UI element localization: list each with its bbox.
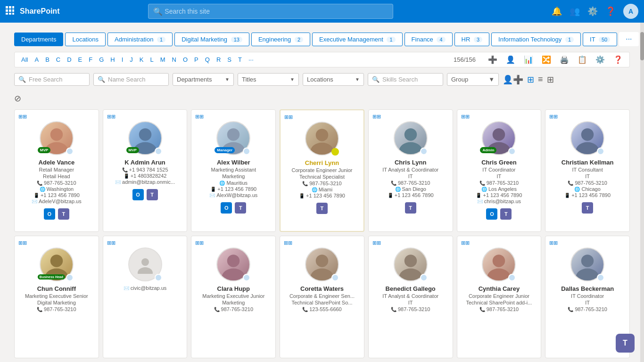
- settings-icon[interactable]: ⚙️: [587, 6, 598, 16]
- alpha-f[interactable]: F: [86, 55, 95, 64]
- alpha-j[interactable]: J: [127, 55, 136, 64]
- alpha-b[interactable]: B: [42, 55, 52, 64]
- card-qr-icon-arun[interactable]: ⊞⊞: [107, 114, 116, 120]
- card-qr-icon-alex[interactable]: ⊞⊞: [195, 114, 204, 120]
- name-coretta[interactable]: Coretta Waters: [300, 285, 344, 292]
- view-print-icon[interactable]: 🖨️: [557, 54, 572, 65]
- alpha-all[interactable]: All: [18, 55, 31, 64]
- card-qr-icon-benedict[interactable]: ⊞⊞: [372, 240, 381, 246]
- alpha-e[interactable]: E: [75, 55, 85, 64]
- waffle-icon[interactable]: [6, 6, 14, 16]
- alpha-g[interactable]: G: [96, 55, 107, 64]
- teams-icon-arun[interactable]: T: [147, 189, 158, 200]
- name-chrisgreen[interactable]: Chris Green: [481, 159, 516, 166]
- tab-information-technology[interactable]: Information Technology 1: [491, 33, 581, 46]
- tab-it[interactable]: IT 50: [583, 33, 617, 46]
- free-search-input[interactable]: 🔍 Free Search: [14, 73, 90, 86]
- alpha-n[interactable]: N: [169, 55, 179, 64]
- name-search-input[interactable]: 🔍 Name Search: [93, 73, 169, 86]
- view-excel-icon[interactable]: 📋: [575, 54, 590, 65]
- card-qr-icon-chrisgreen[interactable]: ⊞⊞: [461, 114, 470, 120]
- view-help-icon[interactable]: ❓: [611, 54, 626, 65]
- tab-locations[interactable]: Locations: [65, 33, 106, 46]
- global-search-input[interactable]: [165, 8, 388, 15]
- alpha-q[interactable]: Q: [202, 55, 213, 64]
- outlook-icon-adele[interactable]: O: [44, 208, 55, 220]
- group-dropdown[interactable]: Group ▼: [447, 73, 499, 86]
- list-view-icon[interactable]: ≡: [538, 74, 543, 84]
- alpha-r[interactable]: R: [214, 55, 223, 64]
- card-qr-icon-clara[interactable]: ⊞⊞: [195, 240, 204, 246]
- name-cynthia[interactable]: Cynthia Carey: [479, 285, 520, 292]
- name-chrislynn[interactable]: Chris Lynn: [395, 159, 426, 166]
- teams-icon-cherri[interactable]: T: [316, 203, 328, 214]
- alpha-o[interactable]: O: [180, 55, 190, 64]
- alpha-l[interactable]: L: [148, 55, 157, 64]
- alpha-p[interactable]: P: [191, 55, 201, 64]
- name-cherri[interactable]: Cherri Lynn: [305, 159, 339, 166]
- card-view-icon[interactable]: ⊞: [527, 74, 534, 85]
- alpha-more[interactable]: ···: [246, 55, 256, 64]
- teams-icon-adele[interactable]: T: [58, 208, 69, 220]
- alpha-a[interactable]: A: [32, 55, 41, 64]
- tab-executive-management[interactable]: Executive Management 1: [312, 33, 403, 46]
- card-qr-icon-civic[interactable]: ⊞⊞: [107, 240, 116, 246]
- name-christian[interactable]: Christian Kellman: [561, 159, 614, 166]
- scrollbar-thumb[interactable]: [640, 32, 644, 60]
- tab-digital-marketing[interactable]: Digital Marketing 13: [174, 33, 249, 46]
- outlook-icon-arun[interactable]: O: [132, 189, 144, 200]
- filter-clear-icon[interactable]: ⊘: [14, 94, 21, 103]
- name-clara[interactable]: Clara Hupp: [217, 285, 250, 292]
- alpha-k[interactable]: K: [137, 55, 147, 64]
- tab-finance[interactable]: Finance 4: [405, 33, 453, 46]
- card-qr-icon-christian[interactable]: ⊞⊞: [549, 114, 558, 120]
- sharepoint-logo[interactable]: SharePoint: [20, 7, 59, 16]
- user-avatar[interactable]: A: [623, 4, 638, 19]
- alpha-d[interactable]: D: [64, 55, 74, 64]
- view-org-icon[interactable]: 🔀: [539, 54, 554, 65]
- teams-icon-christian[interactable]: T: [582, 202, 593, 214]
- teams-floating-button[interactable]: T: [616, 334, 635, 353]
- tab-departments[interactable]: Departments: [14, 33, 63, 46]
- tab-more[interactable]: ···: [619, 32, 638, 46]
- card-qr-icon[interactable]: ⊞⊞: [18, 114, 27, 120]
- departments-dropdown[interactable]: Departments ▼: [173, 73, 234, 86]
- view-settings-icon[interactable]: ⚙️: [593, 54, 608, 65]
- view-profile-icon[interactable]: 👤: [503, 54, 518, 65]
- alpha-i[interactable]: I: [119, 55, 126, 64]
- card-qr-icon-dallas[interactable]: ⊞⊞: [549, 240, 558, 246]
- alpha-h[interactable]: H: [107, 55, 117, 64]
- name-chun[interactable]: Chun Conniff: [37, 285, 76, 292]
- locations-dropdown[interactable]: Locations ▼: [303, 73, 364, 86]
- teams-icon-chrislynn[interactable]: T: [405, 202, 416, 214]
- titles-dropdown[interactable]: Titles ▼: [238, 73, 299, 86]
- tab-hr[interactable]: HR 3: [454, 33, 490, 46]
- alpha-t[interactable]: T: [235, 55, 245, 64]
- tab-engineering[interactable]: Engineering 2: [251, 33, 310, 46]
- view-chart-icon[interactable]: 📊: [521, 54, 536, 65]
- name-adele[interactable]: Adele Vance: [39, 159, 75, 166]
- outlook-icon-chrisgreen[interactable]: O: [486, 208, 497, 220]
- teams-icon-alex[interactable]: T: [235, 202, 246, 214]
- notification-icon[interactable]: 🔔: [552, 6, 562, 16]
- scrollbar[interactable]: [640, 23, 644, 362]
- add-person-icon[interactable]: 👤➕: [503, 74, 523, 85]
- name-benedict[interactable]: Benedict Gallego: [386, 285, 436, 292]
- teams-icon-chrisgreen[interactable]: T: [500, 208, 512, 220]
- grid-view-icon[interactable]: ⊞: [547, 74, 554, 85]
- card-qr-icon-chun[interactable]: ⊞⊞: [18, 240, 27, 246]
- alpha-s[interactable]: S: [224, 55, 234, 64]
- card-qr-icon-coretta[interactable]: ⊞⊞: [284, 240, 292, 246]
- alpha-c[interactable]: C: [53, 55, 63, 64]
- outlook-icon-alex[interactable]: O: [221, 202, 232, 214]
- alpha-m[interactable]: M: [157, 55, 168, 64]
- card-qr-icon-chrislynn[interactable]: ⊞⊞: [372, 114, 381, 120]
- skills-search-input[interactable]: 🔍 Skills Search: [368, 73, 443, 86]
- global-search[interactable]: 🔍: [148, 4, 393, 19]
- card-qr-icon-cynthia[interactable]: ⊞⊞: [461, 240, 470, 246]
- card-qr-icon-cherri[interactable]: ⊞⊞: [284, 114, 293, 120]
- people-icon[interactable]: 👥: [570, 6, 580, 16]
- name-dallas[interactable]: Dallas Beckerman: [561, 285, 614, 292]
- help-icon[interactable]: ❓: [605, 6, 616, 16]
- view-add-icon[interactable]: ➕: [485, 54, 500, 65]
